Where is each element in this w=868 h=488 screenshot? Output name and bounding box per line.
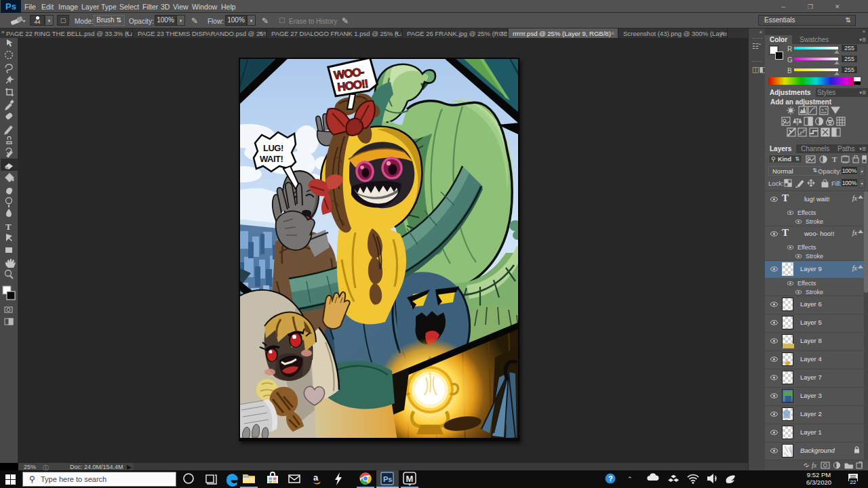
svg-text:fx: fx	[812, 462, 817, 469]
svg-text:?: ?	[608, 474, 613, 483]
svg-text:T: T	[832, 155, 837, 163]
svg-text:WAIT!: WAIT!	[260, 154, 283, 164]
svg-text:Ps: Ps	[383, 475, 392, 483]
svg-text:LUG!: LUG!	[263, 143, 283, 153]
svg-text:a: a	[313, 472, 319, 483]
svg-text:M: M	[406, 474, 414, 484]
svg-text:T: T	[5, 222, 12, 232]
